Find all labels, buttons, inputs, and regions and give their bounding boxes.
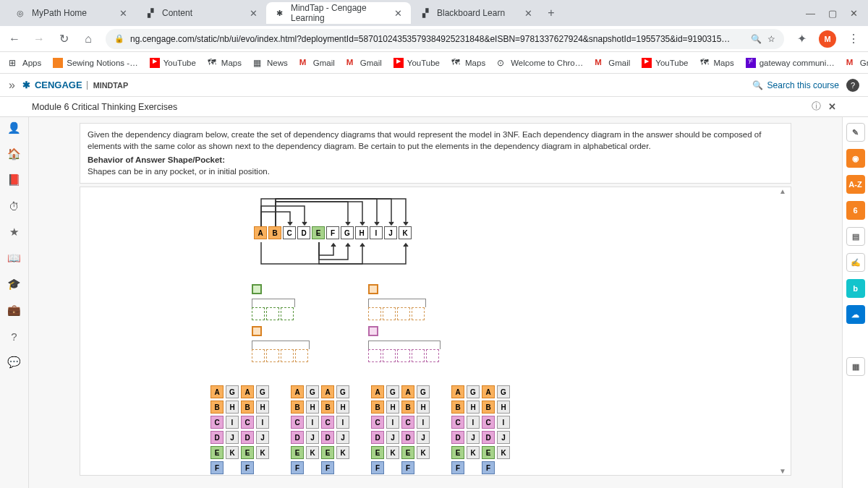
- pocket-slot[interactable]: [412, 307, 425, 320]
- diagram-canvas[interactable]: ABCDEFGHIJK AGAGBHBHCICIDJDJEKEKFFAGAGBH…: [80, 187, 791, 476]
- tile-J[interactable]: J: [256, 431, 269, 444]
- tile-E[interactable]: E: [321, 446, 334, 459]
- close-module-button[interactable]: ✕: [828, 101, 836, 112]
- tile-D[interactable]: D: [451, 431, 464, 444]
- info-icon[interactable]: ⓘ: [812, 100, 821, 113]
- tile-J[interactable]: J: [417, 431, 430, 444]
- pocket-slots[interactable]: [368, 307, 426, 320]
- pocket-slot[interactable]: [397, 349, 410, 362]
- pocket-slot[interactable]: [281, 307, 294, 320]
- pocket-handle-icon[interactable]: [252, 326, 262, 336]
- bookmark-item[interactable]: MGmail: [846, 58, 868, 68]
- tile-J[interactable]: J: [386, 431, 399, 444]
- close-icon[interactable]: ✕: [250, 8, 258, 19]
- extensions-icon[interactable]: ✦: [794, 32, 809, 46]
- tile-K[interactable]: K: [467, 446, 480, 459]
- tile-G[interactable]: G: [417, 385, 430, 398]
- tile-K[interactable]: K: [226, 446, 239, 459]
- tile-F[interactable]: F: [291, 461, 304, 474]
- bookmark-item[interactable]: MGmail: [299, 58, 335, 68]
- new-tab-button[interactable]: +: [541, 7, 561, 20]
- answer-pocket-0[interactable]: [252, 284, 295, 320]
- pocket-slots[interactable]: [252, 307, 295, 320]
- scroll-down-icon[interactable]: ▼: [779, 467, 789, 475]
- window-minimize[interactable]: —: [806, 8, 815, 19]
- pocket-slot[interactable]: [397, 307, 410, 320]
- tile-C[interactable]: C: [291, 416, 304, 429]
- tile-F[interactable]: F: [210, 461, 224, 474]
- sidebar-book-icon[interactable]: 📕: [8, 174, 21, 187]
- bookmark-item[interactable]: y!gateway communi…: [746, 58, 835, 68]
- bookmark-item[interactable]: 🗺Maps: [700, 58, 734, 68]
- bookmark-item[interactable]: ▶YouTube: [393, 58, 440, 68]
- tile-D[interactable]: D: [210, 431, 224, 444]
- tile-G[interactable]: G: [467, 385, 480, 398]
- window-close[interactable]: ✕: [850, 8, 858, 19]
- tile-J[interactable]: J: [226, 431, 239, 444]
- tile-I[interactable]: I: [226, 416, 239, 429]
- tile-G[interactable]: G: [256, 385, 269, 398]
- pocket-slot[interactable]: [266, 307, 279, 320]
- right-tool-8[interactable]: ▲: [846, 331, 865, 350]
- pocket-slot[interactable]: [383, 349, 396, 362]
- tile-I[interactable]: I: [256, 416, 269, 429]
- right-tool-2[interactable]: A-Z: [846, 175, 865, 194]
- tile-H[interactable]: H: [386, 401, 399, 414]
- tile-F[interactable]: F: [401, 461, 414, 474]
- tile-J[interactable]: J: [336, 431, 349, 444]
- expand-sidebar-button[interactable]: »: [9, 79, 15, 92]
- tile-D[interactable]: D: [401, 431, 414, 444]
- right-tool-3[interactable]: 6: [846, 201, 865, 220]
- tile-D[interactable]: D: [241, 431, 254, 444]
- scroll-up-icon[interactable]: ▲: [779, 187, 789, 195]
- tile-C[interactable]: C: [401, 416, 414, 429]
- right-tool-7[interactable]: ☁: [846, 305, 865, 324]
- tile-B[interactable]: B: [291, 401, 304, 414]
- tile-A[interactable]: A: [482, 385, 495, 398]
- tile-H[interactable]: H: [226, 401, 239, 414]
- tile-K[interactable]: K: [336, 446, 349, 459]
- tile-H[interactable]: H: [256, 401, 269, 414]
- tile-E[interactable]: E: [401, 446, 414, 459]
- bookmark-item[interactable]: ⊙Welcome to Chro…: [497, 58, 583, 68]
- pocket-slot[interactable]: [412, 349, 425, 362]
- tile-A[interactable]: A: [241, 385, 254, 398]
- tile-A[interactable]: A: [451, 385, 464, 398]
- pocket-slot[interactable]: [368, 349, 381, 362]
- pocket-handle-icon[interactable]: [368, 326, 378, 336]
- bookmark-item[interactable]: ▶YouTube: [642, 58, 688, 68]
- window-maximize[interactable]: ▢: [828, 8, 837, 19]
- tile-H[interactable]: H: [417, 401, 430, 414]
- tile-F[interactable]: F: [241, 461, 254, 474]
- tile-I[interactable]: I: [386, 416, 399, 429]
- tile-D[interactable]: D: [482, 431, 495, 444]
- tile-C[interactable]: C: [210, 416, 224, 429]
- bookmark-item[interactable]: 🗺Maps: [451, 58, 485, 68]
- pocket-slot[interactable]: [252, 349, 265, 362]
- right-tool-5[interactable]: ✍: [846, 253, 865, 272]
- tile-A[interactable]: A: [371, 385, 384, 398]
- close-icon[interactable]: ✕: [394, 8, 402, 19]
- tile-F[interactable]: F: [371, 461, 384, 474]
- pocket-slots[interactable]: [368, 349, 441, 362]
- pocket-slots[interactable]: [252, 349, 310, 362]
- tile-K[interactable]: K: [256, 446, 269, 459]
- tile-B[interactable]: B: [210, 401, 224, 414]
- tile-I[interactable]: I: [467, 416, 480, 429]
- tile-E[interactable]: E: [371, 446, 384, 459]
- tile-H[interactable]: H: [497, 401, 510, 414]
- answer-pocket-3[interactable]: [368, 326, 441, 362]
- bookmark-item[interactable]: MGmail: [346, 58, 382, 68]
- profile-avatar[interactable]: M: [819, 30, 836, 48]
- pocket-slot[interactable]: [252, 307, 265, 320]
- sidebar-clock-icon[interactable]: ⏱: [8, 200, 21, 213]
- tile-K[interactable]: K: [306, 446, 319, 459]
- bookmark-item[interactable]: 🗺Maps: [208, 58, 242, 68]
- close-icon[interactable]: ✕: [524, 8, 532, 19]
- tile-K[interactable]: K: [386, 446, 399, 459]
- tile-H[interactable]: H: [336, 401, 349, 414]
- right-tool-6[interactable]: b: [846, 279, 865, 298]
- forward-button[interactable]: →: [32, 33, 46, 46]
- tile-C[interactable]: C: [321, 416, 334, 429]
- sidebar-profile-icon[interactable]: 👤: [8, 121, 21, 134]
